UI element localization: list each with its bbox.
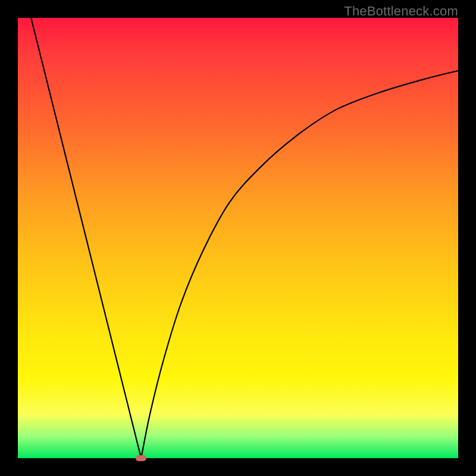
curve-layer <box>18 18 458 458</box>
watermark-text: TheBottleneck.com <box>344 4 458 19</box>
chart-frame: TheBottleneck.com <box>0 0 476 476</box>
plot-area <box>18 18 458 458</box>
bottleneck-curve <box>31 18 458 458</box>
minimum-marker <box>136 455 146 461</box>
